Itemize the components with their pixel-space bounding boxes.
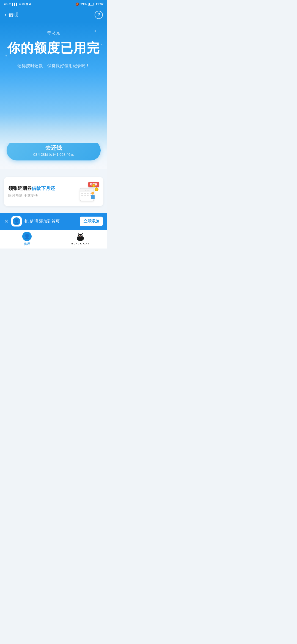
wifi-icon: ≋ <box>19 3 21 6</box>
app-icon-1: ⊞ <box>26 3 28 6</box>
svg-point-1 <box>78 234 82 238</box>
pay-button-main-label: 去还钱 <box>12 144 95 152</box>
app-icon-2: ✿ <box>29 3 31 6</box>
content-area: 领张延期券 借款下月还 限时放送 手速要快 延期券 <box>0 169 107 213</box>
payment-area: 去还钱 03月28日 应还1,098.46元 <box>0 143 107 169</box>
hero-subtitle: 奇龙兄 <box>47 30 60 36</box>
dot-decoration-1 <box>95 30 96 32</box>
status-right-icons: 🔕 29% 11:32 <box>75 2 103 6</box>
nav-title: 借呗 <box>9 12 18 18</box>
battery-icon <box>88 3 94 6</box>
question-icon: ? <box>97 12 100 17</box>
notification-bar: ✕ 👤 把 借呗 添加到首页 立即添加 <box>0 213 107 230</box>
message-icon: ✉ <box>22 3 24 6</box>
add-to-home-button[interactable]: 立即添加 <box>80 217 103 226</box>
signal-bars: ▌▌▌ <box>12 3 18 6</box>
svg-line-10 <box>77 237 79 237</box>
time-display: 11:32 <box>96 2 103 6</box>
dot-decoration-2 <box>101 44 102 45</box>
promo-title-row: 领张延期券 借款下月还 <box>8 185 77 192</box>
svg-point-8 <box>80 236 81 237</box>
blackcat-label: BLACK CAT <box>72 242 89 245</box>
notification-text: 把 借呗 添加到首页 <box>24 219 77 224</box>
svg-point-7 <box>81 235 81 236</box>
status-bar: 2G ⁴⁶ ▌▌▌ ≋ ✉ ⊞ ✿ 🔕 29% 11:32 <box>0 0 107 8</box>
coin-1 <box>95 187 98 191</box>
signal-4g: ⁴⁶ <box>9 3 11 6</box>
promo-title-black: 领张延期券 <box>8 185 32 192</box>
notif-app-icon: 👤 <box>11 216 22 227</box>
tab-bar: 👤 借呗 <box>0 230 107 249</box>
promo-card[interactable]: 领张延期券 借款下月还 限时放送 手速要快 延期券 <box>4 177 103 206</box>
signal-2g: 2G <box>4 3 7 6</box>
help-button[interactable]: ? <box>95 11 103 19</box>
blackcat-icon <box>75 233 86 242</box>
promo-desc: 限时放送 手速要快 <box>8 193 77 198</box>
promo-illustration: 延期券 <box>77 182 99 201</box>
person-illustration <box>90 192 95 200</box>
tab-jieshui-label: 借呗 <box>24 242 30 246</box>
pay-button[interactable]: 去还钱 03月28日 应还1,098.46元 <box>7 140 101 160</box>
hero-title: 你的额度已用完 <box>7 40 100 56</box>
svg-point-6 <box>79 235 80 236</box>
jieshui-tab-icon: 👤 <box>22 232 32 241</box>
notif-close-button[interactable]: ✕ <box>4 218 9 224</box>
tab-blackcat[interactable]: BLACK CAT <box>54 233 107 245</box>
svg-line-12 <box>82 237 84 237</box>
tab-jieshui[interactable]: 👤 借呗 <box>0 232 54 246</box>
person-icon: 👤 <box>14 219 19 224</box>
promo-text-area: 领张延期券 借款下月还 限时放送 手速要快 <box>8 185 77 198</box>
promo-title-blue: 借款下月还 <box>32 185 55 192</box>
jieshui-icon-person: 👤 <box>24 233 30 239</box>
blackcat-tab: BLACK CAT <box>72 233 89 245</box>
status-left-icons: 2G ⁴⁶ ▌▌▌ ≋ ✉ ⊞ ✿ <box>4 3 31 6</box>
back-button[interactable]: ‹ 借呗 <box>4 11 18 18</box>
notif-icon-inner: 👤 <box>13 217 20 225</box>
bell-muted-icon: 🔕 <box>75 2 79 6</box>
hero-desc: 记得按时还款，保持良好信用记录哟！ <box>17 63 90 69</box>
hero-section: 奇龙兄 你的额度已用完 记得按时还款，保持良好信用记录哟！ <box>0 22 107 143</box>
top-nav: ‹ 借呗 ? <box>0 8 107 22</box>
battery-percent: 29% <box>81 2 87 6</box>
dot-decoration-3 <box>6 55 7 56</box>
pay-button-sub-label: 03月28日 应还1,098.46元 <box>12 152 95 157</box>
back-arrow-icon[interactable]: ‹ <box>4 11 6 18</box>
coin-2 <box>92 184 95 187</box>
